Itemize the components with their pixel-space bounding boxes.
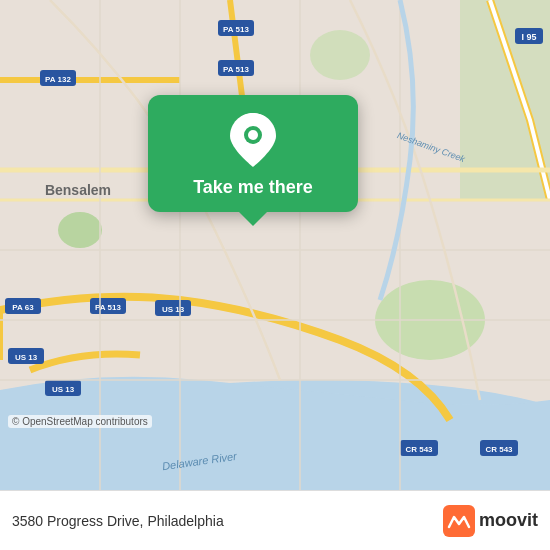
moovit-logo: moovit [443,505,538,537]
svg-text:PA 132: PA 132 [45,75,71,84]
popup-card[interactable]: Take me there [148,95,358,212]
svg-text:CR 543: CR 543 [405,445,433,454]
svg-text:PA 63: PA 63 [12,303,34,312]
svg-text:PA 513: PA 513 [223,25,249,34]
svg-text:CR 543: CR 543 [485,445,513,454]
svg-text:PA 513: PA 513 [95,303,121,312]
svg-text:Bensalem: Bensalem [45,182,111,198]
svg-text:US 13: US 13 [52,385,75,394]
svg-text:PA 513: PA 513 [223,65,249,74]
take-me-there-button[interactable]: Take me there [193,177,313,198]
svg-point-33 [248,130,258,140]
moovit-brand-label: moovit [479,510,538,531]
map-container: I 95 PA 132 PA 513 PA 513 US 13 US 13 US… [0,0,550,490]
location-pin-icon [230,113,276,167]
svg-rect-34 [443,505,475,537]
address-label: 3580 Progress Drive, Philadelphia [12,513,224,529]
moovit-brand-icon [443,505,475,537]
svg-text:I 95: I 95 [521,32,536,42]
osm-credit: © OpenStreetMap contributors [8,415,152,428]
svg-text:US 13: US 13 [15,353,38,362]
svg-point-4 [58,212,102,248]
bottom-bar: 3580 Progress Drive, Philadelphia moovit [0,490,550,550]
svg-point-5 [310,30,370,80]
svg-text:US 13: US 13 [162,305,185,314]
